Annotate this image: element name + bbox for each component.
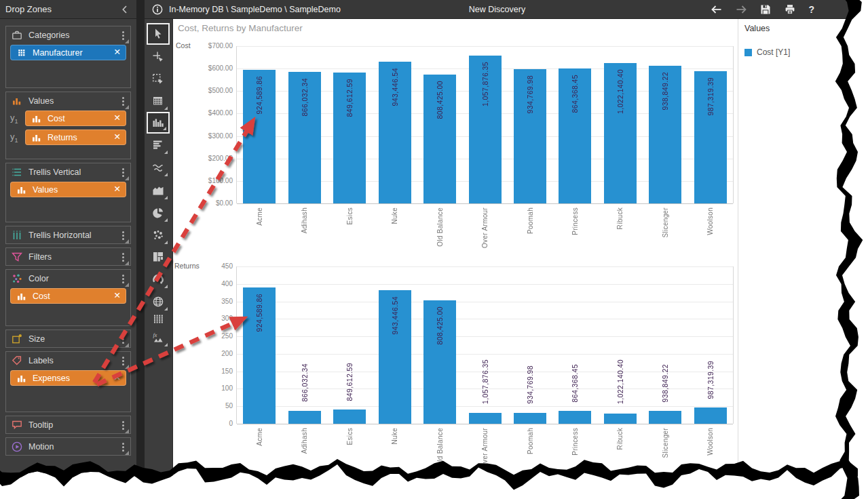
bar[interactable] [469,413,502,424]
collapse-panel-icon[interactable] [119,3,131,16]
y-tick-label: 100 [193,384,233,393]
breadcrumb: In-Memory DB \ SampleDemo \ SampleDemo [169,5,341,14]
dropzone-section-size: Size [5,330,131,348]
chip-remove-icon[interactable]: ✕ [114,114,121,123]
bar-value-label: 934,769.98 [525,365,535,404]
chip-returns[interactable]: Returns✕ [25,129,126,145]
app-window: Drop Zones In-Memory DB \ SampleDemo \ S… [0,0,868,499]
section-fold-corner [125,451,129,455]
section-chips: Expenses✕ [6,370,130,386]
flyout-corner-icon [164,106,168,110]
chart-canvas: Cost, Returns by Manufacturer Cost$0.00$… [173,19,738,477]
flyout-corner-icon [164,151,168,154]
bar[interactable] [604,414,637,424]
flyout-corner-icon [164,262,168,266]
section-label: Size [29,334,113,344]
plot-border [733,266,734,424]
tag-icon [11,355,23,367]
financial-chart-icon[interactable]: fx [147,327,170,348]
gridline [237,284,733,285]
size-icon [11,333,23,345]
bar[interactable] [649,411,681,424]
section-label: Trellis Horizontal [29,231,113,240]
gauge-chart-icon[interactable] [147,268,170,290]
y-tick-label: 350 [193,298,233,306]
info-icon[interactable] [151,3,164,16]
bar-value-label: 808,425.00 [435,81,445,119]
x-axis-label: Woolson [706,207,715,235]
plot-border [236,266,237,424]
marquee-select-icon[interactable] [147,68,170,90]
area-chart-icon[interactable] [147,180,170,201]
bar[interactable] [559,411,591,424]
section-header: Labels [6,352,130,370]
pie-chart-icon[interactable] [147,202,170,224]
plot-border [236,46,237,203]
panel-divider-strip [136,0,145,477]
column-chart-icon[interactable] [147,112,170,134]
help-icon[interactable]: ? [808,4,814,15]
chip-cost[interactable]: Cost✕ [10,288,126,304]
flyout-corner-icon [164,218,168,222]
chip-manufacturer[interactable]: Manufacturer✕ [10,45,126,60]
bar-value-label: 924,589.86 [254,76,264,115]
chip-label: Expenses [33,374,109,383]
bar-value-label: 924,589.86 [254,294,264,332]
gridline [237,266,733,267]
color-dots-icon [11,273,23,285]
chip-remove-icon[interactable]: ✕ [114,133,121,142]
bar-value-label: 938,849.22 [660,364,670,403]
x-axis-label: Acme [255,207,265,226]
bar-value-label: 943,446.54 [390,68,400,106]
section-chips: Values✕ [6,181,130,197]
chip-cost[interactable]: Cost✕ [25,111,126,126]
bar-value-label: 987,319.39 [706,361,715,399]
chip-remove-icon[interactable]: ✕ [114,48,121,57]
section-label: Color [29,274,113,283]
legend-label: Cost [Y1] [757,47,790,57]
bar-chart-icon[interactable] [147,134,170,156]
x-axis-label: Adihash [300,428,309,454]
back-arrow-icon[interactable] [711,3,723,16]
grid-icon [16,47,28,59]
x-axis-label: Esics [345,207,355,224]
x-axis-label: Adihash [300,207,309,233]
bar[interactable] [288,411,321,424]
x-axis-label: Esics [345,428,355,445]
mini-bars-icon [16,372,28,384]
bar-value-label: 1,057,876.35 [480,359,490,404]
section-label: Tooltip [29,420,113,430]
x-axis-label: Acme [255,428,265,446]
chip-remove-icon[interactable]: ✕ [114,292,121,300]
forward-arrow-icon[interactable] [735,3,747,16]
scatter-chart-icon[interactable] [147,224,170,246]
chip-remove-icon[interactable]: ✕ [114,185,121,194]
chip-label: Manufacturer [33,48,109,58]
chip-expenses[interactable]: Expenses✕ [10,370,126,386]
pointer-tool-icon[interactable] [147,23,170,45]
flyout-corner-icon [164,241,168,244]
treemap-chart-icon[interactable] [147,246,170,268]
crosshair-tool-icon[interactable] [147,46,170,68]
chip-remove-icon[interactable]: ✕ [114,374,121,382]
axis-assignment-label: y1 [10,132,22,144]
x-axis-label: Old Balance [436,428,445,467]
legend-item[interactable]: Cost [Y1] [744,47,848,57]
flyout-corner-icon [164,343,168,346]
data-grid-icon[interactable] [147,90,170,112]
section-fold-corner [125,343,129,347]
chip-values[interactable]: Values✕ [10,182,126,197]
dropzone-section-trellis-horizontal: Trellis Horizontal [5,226,131,244]
line-chart-icon[interactable] [147,157,170,178]
x-axis-label: Nuke [390,428,400,445]
bar[interactable] [514,413,546,424]
gridline [237,203,733,204]
print-icon[interactable] [784,3,796,16]
section-fold-corner [125,39,129,43]
gridline [237,424,733,424]
bar[interactable] [333,410,366,424]
chip-row: Manufacturer✕ [10,45,126,60]
section-label: Filters [29,252,113,262]
bar[interactable] [694,407,727,424]
save-icon[interactable] [759,3,772,16]
